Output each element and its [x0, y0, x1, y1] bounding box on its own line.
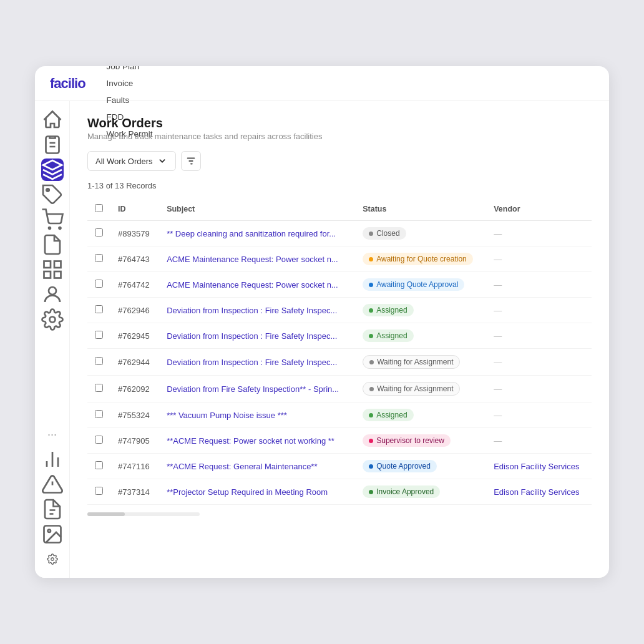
- row-checkbox-cell: [87, 221, 110, 246]
- row-checkbox-cell: [87, 323, 110, 349]
- row-subject: **ACME Request: General Maintenance**: [159, 454, 355, 479]
- col-id: ID: [110, 198, 159, 221]
- row-vendor: —: [486, 323, 592, 349]
- table-row: #737314 **Projector Setup Required in Me…: [87, 479, 592, 505]
- table-row: #762946 Deviation from Inspection : Fire…: [87, 298, 592, 323]
- row-checkbox-0[interactable]: [95, 228, 103, 237]
- status-dot: [369, 283, 373, 287]
- sidebar: ···: [35, 101, 70, 578]
- vendor-link[interactable]: Edison Facility Services: [494, 487, 579, 497]
- row-subject: ACME Maintenance Request: Power socket n…: [159, 246, 355, 272]
- chevron-down-icon: [157, 155, 168, 167]
- row-checkbox-7[interactable]: [95, 410, 103, 418]
- row-checkbox-4[interactable]: [95, 331, 103, 339]
- svg-point-20: [47, 530, 51, 533]
- sidebar-icon-settings2[interactable]: [41, 308, 64, 331]
- filter-icon: [185, 155, 197, 167]
- sidebar-icon-gear[interactable]: [41, 548, 64, 570]
- subject-link[interactable]: **ACME Request: Power socket not working…: [167, 436, 334, 446]
- row-vendor: —: [486, 272, 592, 298]
- sidebar-icon-doc[interactable]: [41, 233, 64, 256]
- row-vendor: —: [486, 246, 592, 272]
- sidebar-icon-chart[interactable]: [41, 448, 64, 471]
- subject-link[interactable]: Deviation from Inspection : Fire Safety …: [167, 306, 337, 315]
- table-body: #893579 ** Deep cleaning and sanitizatio…: [87, 221, 592, 505]
- subject-link[interactable]: Deviation from Inspection : Fire Safety …: [167, 358, 337, 367]
- row-checkbox-cell: [87, 272, 110, 298]
- table-row: #747116 **ACME Request: General Maintena…: [87, 454, 592, 479]
- row-checkbox-2[interactable]: [95, 280, 103, 288]
- row-checkbox-6[interactable]: [95, 384, 103, 392]
- row-checkbox-cell: [87, 428, 110, 454]
- subject-link[interactable]: *** Vacuum Pump Noise issue ***: [167, 411, 287, 420]
- row-status: Closed: [355, 221, 486, 246]
- sidebar-icon-cube[interactable]: [41, 159, 64, 181]
- row-checkbox-1[interactable]: [95, 254, 103, 262]
- work-orders-table: ID Subject Status Vendor #893579 ** Deep…: [87, 198, 592, 505]
- select-all-checkbox[interactable]: [95, 204, 103, 212]
- row-checkbox-cell: [87, 349, 110, 376]
- page-title: Work Orders: [87, 116, 592, 130]
- subject-link[interactable]: ACME Maintenance Request: Power socket n…: [167, 280, 338, 290]
- row-subject: *** Vacuum Pump Noise issue ***: [159, 402, 355, 428]
- vendor-dash: —: [494, 331, 502, 341]
- status-badge: Waiting for Assignment: [363, 382, 460, 396]
- sidebar-icon-alert[interactable]: [41, 473, 64, 495]
- main-content: Work Orders Manage and track maintenance…: [70, 101, 609, 578]
- nav-item-invoice[interactable]: Invoice: [98, 75, 197, 92]
- row-id: #764742: [110, 272, 159, 298]
- sidebar-more[interactable]: ···: [41, 423, 64, 446]
- status-label: Closed: [376, 229, 399, 238]
- row-checkbox-cell: [87, 479, 110, 505]
- sidebar-icon-home[interactable]: [41, 109, 64, 131]
- sidebar-icon-cart[interactable]: [41, 208, 64, 231]
- status-label: Waiting for Assignment: [377, 358, 453, 366]
- row-checkbox-8[interactable]: [95, 436, 103, 444]
- sidebar-icon-file2[interactable]: [41, 498, 64, 520]
- filter-icon-button[interactable]: [181, 151, 201, 171]
- svg-point-10: [49, 287, 56, 295]
- nav-item-job-plan[interactable]: Job Plan: [98, 66, 197, 75]
- scrollbar-track[interactable]: [87, 512, 200, 516]
- subject-link[interactable]: **Projector Setup Required in Meeting Ro…: [167, 487, 328, 497]
- row-checkbox-9[interactable]: [95, 461, 103, 469]
- subject-link[interactable]: ACME Maintenance Request: Power socket n…: [167, 255, 338, 264]
- row-id: #747116: [110, 454, 159, 479]
- sidebar-icon-image[interactable]: [41, 523, 64, 545]
- row-checkbox-10[interactable]: [95, 487, 103, 495]
- subject-link[interactable]: **ACME Request: General Maintenance**: [167, 462, 317, 471]
- sidebar-icon-user[interactable]: [41, 283, 64, 306]
- subject-link[interactable]: ** Deep cleaning and sanitization requir…: [167, 229, 336, 238]
- scrollbar-thumb[interactable]: [87, 512, 125, 516]
- row-status: Waiting for Assignment: [355, 376, 486, 402]
- vendor-link[interactable]: Edison Facility Services: [494, 462, 579, 471]
- sidebar-icon-tag[interactable]: [41, 183, 64, 206]
- status-dot: [369, 257, 373, 261]
- row-checkbox-cell: [87, 298, 110, 323]
- subject-link[interactable]: Deviation from Fire Safety Inspection** …: [167, 384, 339, 394]
- vendor-dash: —: [494, 436, 502, 446]
- records-count: 1-13 of 13 Records: [87, 181, 592, 190]
- table-row: #755324 *** Vacuum Pump Noise issue *** …: [87, 402, 592, 428]
- toolbar: All Work Orders: [87, 151, 592, 171]
- row-subject: **ACME Request: Power socket not working…: [159, 428, 355, 454]
- row-status: Awaiting Quote Approval: [355, 272, 486, 298]
- logo: facilio: [50, 76, 85, 92]
- svg-rect-7: [54, 261, 61, 268]
- status-dot: [369, 360, 374, 364]
- sidebar-icon-clipboard[interactable]: [41, 134, 64, 156]
- row-id: #762092: [110, 376, 159, 402]
- sidebar-icon-grid[interactable]: [41, 258, 64, 281]
- subject-link[interactable]: Deviation from Inspection : Fire Safety …: [167, 331, 337, 341]
- status-badge: Assigned: [363, 409, 413, 421]
- row-vendor: —: [486, 298, 592, 323]
- status-label: Awaiting for Quote creation: [376, 255, 467, 263]
- row-vendor: Edison Facility Services: [486, 479, 592, 505]
- row-checkbox-5[interactable]: [95, 357, 103, 365]
- status-badge: Waiting for Assignment: [363, 355, 460, 369]
- all-work-orders-filter[interactable]: All Work Orders: [87, 151, 176, 171]
- table-row: #893579 ** Deep cleaning and sanitizatio…: [87, 221, 592, 246]
- row-id: #737314: [110, 479, 159, 505]
- row-subject: Deviation from Fire Safety Inspection** …: [159, 376, 355, 402]
- row-checkbox-3[interactable]: [95, 305, 103, 313]
